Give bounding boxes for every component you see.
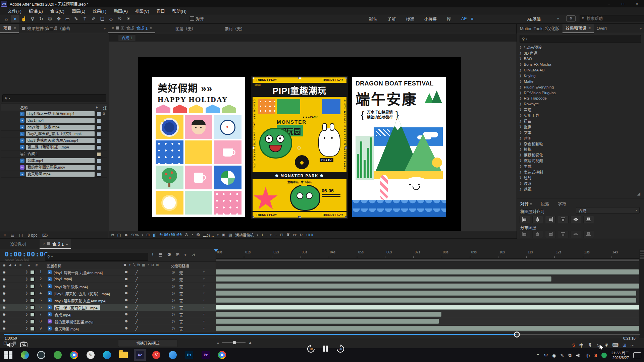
project-item[interactable]: ▸day1 嗨玩一夏 九鱼Ann.mp4⧉	[1, 111, 107, 117]
help-search-input[interactable]	[586, 16, 634, 21]
layer-expand-chevron-icon[interactable]: ❯	[25, 298, 28, 302]
chevron-right-icon[interactable]: ❯	[519, 159, 522, 162]
chevron-right-icon[interactable]: ❯	[519, 85, 522, 89]
create-comp-icon[interactable]: ◫	[19, 233, 23, 238]
chevron-right-icon[interactable]: ❯	[519, 114, 522, 117]
parent-value[interactable]: 无	[179, 298, 204, 304]
tray-green-app-icon[interactable]	[601, 353, 607, 358]
maximize-button[interactable]: □	[616, 0, 630, 7]
reset-exposure-icon[interactable]: ↻	[299, 233, 303, 237]
menu-item-5[interactable]: 动画(A)	[110, 8, 131, 14]
selection-handle[interactable]	[345, 216, 348, 219]
workspace-ae[interactable]: AE	[461, 16, 467, 21]
comp-breadcrumb[interactable]: 合成 1	[118, 35, 136, 41]
effects-category[interactable]: ❯Keying	[517, 73, 641, 78]
tray-display-icon[interactable]: ⧉	[568, 353, 571, 358]
effects-category[interactable]: ❯文本	[517, 129, 641, 135]
selection-handle[interactable]	[251, 146, 254, 149]
distribute-hcenter-button[interactable]	[532, 231, 543, 238]
layer-duration-bar[interactable]	[216, 291, 636, 296]
layer-label-swatch[interactable]	[30, 277, 35, 282]
parent-pickwhip-icon[interactable]: ◎	[172, 270, 175, 274]
effects-category[interactable]: ❯3D 声道	[517, 50, 641, 56]
zoom-tool-icon[interactable]: ⚲	[28, 15, 37, 22]
interpret-footage-icon[interactable]: ⌗	[4, 233, 6, 238]
chevron-right-icon[interactable]: ❯	[519, 51, 522, 55]
layer-expand-chevron-icon[interactable]: ❯	[25, 326, 28, 330]
bit-depth-label[interactable]: 8 bpc	[28, 233, 37, 238]
align-to-dropdown[interactable]: 合成▾	[576, 207, 640, 214]
layer-duration-bar[interactable]	[216, 312, 441, 317]
adjustment-icon[interactable]: ⊘	[151, 263, 154, 267]
label-swatch[interactable]	[97, 166, 101, 170]
layer-quality-switch[interactable]: ⚉	[125, 312, 128, 316]
track-row[interactable]	[216, 318, 639, 325]
view-count-dropdown[interactable]: 1…	[261, 233, 267, 237]
effects-icon[interactable]: fx	[137, 263, 140, 267]
tab-close-icon[interactable]: ×	[43, 241, 45, 246]
layer-anchor-point[interactable]: ⊕	[297, 145, 301, 150]
track-row[interactable]	[216, 283, 639, 290]
track-row[interactable]	[216, 304, 639, 311]
layer-expand-chevron-icon[interactable]: ❯	[25, 312, 28, 316]
effects-category[interactable]: ❯声道	[517, 107, 641, 113]
frame-blend-icon[interactable]: ▦	[142, 263, 145, 267]
layer-label-swatch[interactable]	[30, 305, 35, 310]
snap-checkbox[interactable]	[190, 16, 194, 21]
chevron-right-icon[interactable]: ❯	[519, 153, 522, 157]
layer-row[interactable]: ◉❯4▸[Day2_摩天轮_雪儿（优秀）.mp4]⚉╱◎无▾	[0, 290, 216, 297]
layer-quality-switch[interactable]: ⚉	[125, 284, 128, 288]
tray-sogou-icon[interactable]: S	[594, 353, 597, 358]
zoom-knob[interactable]	[233, 341, 236, 344]
chevron-right-icon[interactable]: ❯	[519, 187, 522, 191]
selection-handle[interactable]	[251, 76, 254, 79]
layer-expand-chevron-icon[interactable]: ❯	[25, 284, 28, 288]
snap-toggle[interactable]: 对齐	[190, 16, 204, 21]
zoom-in-icon[interactable]: ▲	[248, 340, 252, 345]
workspace-1[interactable]: 了解	[387, 15, 396, 22]
rotation-tool-icon[interactable]: ↻	[37, 15, 46, 22]
exposure-value[interactable]: +0.0	[306, 233, 313, 237]
work-area-bar[interactable]	[216, 258, 639, 261]
project-item[interactable]: ▸第二课（葡萄乐园）.mp4	[1, 144, 107, 151]
parent-pickwhip-icon[interactable]: ◎	[172, 326, 175, 330]
layer-label-swatch[interactable]	[30, 270, 35, 275]
effects-search-input[interactable]	[529, 37, 639, 41]
layer-label-swatch[interactable]	[30, 326, 35, 331]
label-swatch[interactable]	[97, 172, 101, 177]
tray-recorder-icon[interactable]: ◉	[552, 353, 556, 358]
tab-motion-tools[interactable]: Motion Tools 2汉化版	[517, 24, 562, 33]
workspace-ae-basics[interactable]: AE基础	[527, 16, 541, 22]
chevron-right-icon[interactable]: ❯	[519, 165, 522, 168]
composition-frame[interactable]: 美好假期 »» HAPPY HOLIDAY TRENDY PLAYTRENDY …	[138, 57, 461, 231]
brush-tool-icon[interactable]: ✐	[89, 15, 98, 22]
layer-quality-switch[interactable]: ⚉	[125, 305, 128, 309]
channels-icon[interactable]: ❂	[197, 233, 200, 237]
distribute-bottom-button[interactable]	[583, 231, 594, 238]
effects-category[interactable]: ❯模拟	[517, 146, 641, 152]
name-column-header[interactable]: 名称	[20, 105, 28, 111]
panel-menu-icon[interactable]: ≡	[14, 26, 16, 30]
zoom-out-icon[interactable]: ▲	[217, 341, 219, 344]
composition-mini-flowchart-icon[interactable]: ⌇	[152, 252, 154, 257]
layer-row[interactable]: ◉❯2▸[day1.mp4]⚉╱◎无▾	[0, 276, 216, 283]
start-button[interactable]	[4, 351, 13, 359]
primary-viewer-icon[interactable]: ▢	[117, 233, 121, 237]
effects-category[interactable]: ❯生成	[517, 164, 641, 169]
menu-item-0[interactable]: 文件(F)	[4, 8, 25, 14]
label-swatch[interactable]	[97, 145, 101, 150]
layer-expand-chevron-icon[interactable]: ❯	[25, 319, 28, 323]
parent-value[interactable]: 无	[179, 319, 204, 325]
channel-mask-icon[interactable]: ☻	[124, 233, 128, 237]
tray-expand-icon[interactable]: ⌃	[536, 353, 540, 358]
app-teal[interactable]	[103, 351, 111, 359]
parent-value[interactable]: 无	[179, 270, 204, 276]
current-time-display[interactable]: 0:00:00:00	[5, 250, 48, 258]
pixel-aspect-icon[interactable]: ⌐	[275, 233, 277, 237]
editor-app[interactable]: ✎	[86, 351, 95, 359]
tab-overflow-icon[interactable]: »	[640, 26, 644, 31]
tray-notes-icon[interactable]: ✎	[560, 353, 564, 358]
menu-item-7[interactable]: 窗口	[153, 8, 169, 14]
chevron-right-icon[interactable]: ❯	[519, 170, 522, 174]
pan-behind-tool-icon[interactable]: ✥	[54, 15, 63, 22]
